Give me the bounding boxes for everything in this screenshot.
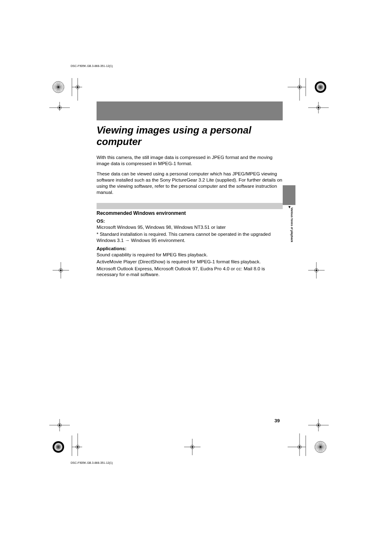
side-rotated-text: Various forms of playback [291,207,293,242]
svg-point-55 [77,446,78,448]
svg-point-50 [57,446,60,448]
svg-point-59 [318,424,319,426]
crosshair-left-mid [53,262,69,280]
paragraph-2: These data can be viewed using a persona… [97,171,283,196]
applications-label: Applications: [97,246,283,251]
registration-mark-bottom-left [49,419,79,449]
section-header-bar [97,101,283,120]
os-body-2: * Standard installation is required. Thi… [97,231,283,244]
crosshair-right-mid [308,262,325,280]
footer-filename: DSC-F505K.GB.3-868-351-12(1) [71,461,113,464]
side-tab [283,185,295,205]
applications-subsection: Applications: Sound capability is requir… [97,246,283,278]
os-subsection: OS: Microsoft Windows 95, Windows 98, Wi… [97,219,283,244]
applications-body-3: Microsoft Outlook Express, Microsoft Out… [97,266,283,278]
registration-mark-bottom-right [288,419,317,449]
svg-point-42 [316,269,317,271]
svg-point-38 [60,269,62,271]
os-label: OS: [97,219,283,223]
paragraph-1: With this camera, the still image data i… [97,154,283,167]
section-divider: Recommended Windows environment OS: Micr… [97,203,283,278]
section-light-bar [97,203,283,209]
svg-point-25 [299,86,300,88]
svg-point-21 [59,107,60,108]
svg-point-17 [77,86,78,88]
applications-body-2: ActiveMovie Player (DirectShow) is requi… [97,259,283,265]
svg-point-64 [299,446,300,448]
registration-mark-top-right [288,78,317,108]
page-title: Viewing images using a personal computer [97,124,283,147]
body-text: With this camera, the still image data i… [97,154,283,196]
page-content: Viewing images using a personal computer… [97,101,283,278]
svg-point-46 [59,424,60,426]
crosshair-bottom-center [184,439,201,457]
os-body-1: Microsoft Windows 95, Windows 98, Window… [97,224,283,230]
header-filename: DSC-F505K.GB.3-868-351-12(1) [71,64,113,67]
svg-point-81 [191,446,193,448]
registration-mark-top-left [49,78,79,108]
svg-point-34 [318,107,319,108]
section-title: Recommended Windows environment [97,210,283,216]
svg-point-30 [319,86,322,88]
page-number: 39 [274,418,280,423]
applications-body-1: Sound capability is required for MPEG fi… [97,252,283,258]
